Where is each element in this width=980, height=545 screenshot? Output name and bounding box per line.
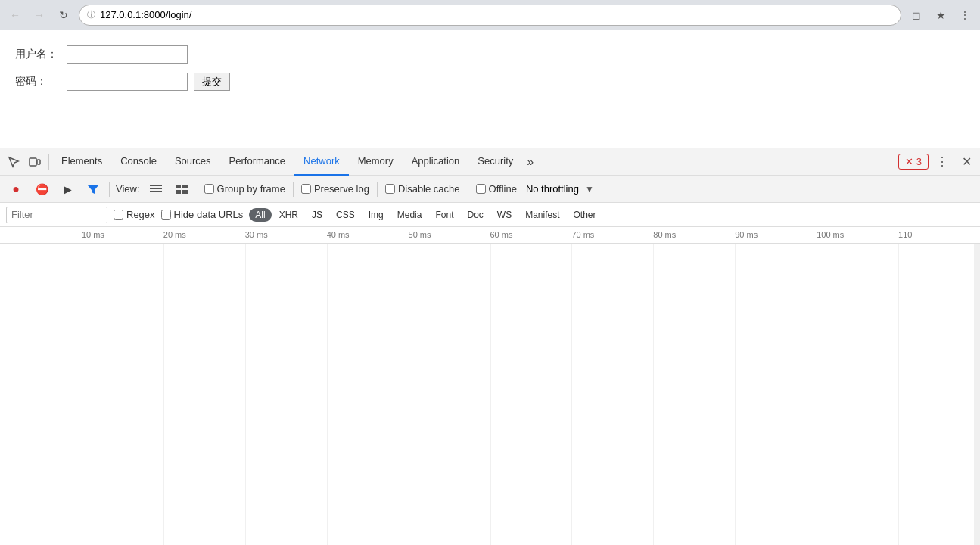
tab-console[interactable]: Console (111, 148, 166, 176)
svg-rect-4 (150, 191, 162, 192)
browser-chrome: ← → ↻ ⓘ ◻ ★ ⋮ (0, 0, 980, 30)
devtools-menu-button[interactable]: ⋮ (932, 151, 953, 173)
preserve-log-checkbox[interactable] (301, 184, 311, 194)
tab-separator (48, 154, 49, 170)
device-toolbar-button[interactable] (24, 151, 45, 173)
scrollbar-right[interactable] (974, 244, 980, 545)
tab-network[interactable]: Network (294, 148, 349, 176)
toolbar-separator-3 (293, 182, 294, 197)
ruler-tick-4: 50 ms (409, 230, 431, 239)
list-view-button[interactable] (146, 179, 166, 199)
svg-rect-2 (150, 185, 162, 186)
svg-rect-8 (182, 190, 188, 194)
camera-button[interactable]: ▶ (58, 179, 77, 199)
record-button[interactable]: ● (6, 179, 26, 199)
tab-sources[interactable]: Sources (166, 148, 220, 176)
page-content: 用户名： 密码： 提交 (0, 30, 980, 148)
filter-input[interactable] (11, 209, 102, 220)
menu-button[interactable]: ⋮ (956, 6, 974, 24)
filter-type-img[interactable]: Img (362, 208, 390, 222)
filter-button[interactable] (83, 179, 103, 199)
waterfall-line-1 (82, 244, 82, 545)
filter-type-js[interactable]: JS (306, 208, 328, 222)
username-input[interactable] (67, 45, 188, 64)
ruler-tick-8: 90 ms (735, 230, 758, 239)
filter-type-xhr[interactable]: XHR (273, 208, 304, 222)
more-tabs-button[interactable]: » (522, 148, 538, 176)
bookmark-button[interactable]: ★ (932, 6, 950, 24)
group-by-frame-label[interactable]: Group by frame (204, 183, 285, 195)
hide-data-urls-checkbox[interactable] (161, 210, 171, 220)
inspect-element-button[interactable] (3, 151, 24, 173)
toolbar-separator-2 (198, 182, 198, 197)
waterfall-line-11 (898, 244, 899, 545)
offline-label[interactable]: Offline (476, 183, 517, 195)
error-circle-icon: ✕ (905, 156, 913, 167)
svg-rect-1 (37, 160, 40, 164)
back-button[interactable]: ← (6, 6, 24, 24)
cast-button[interactable]: ◻ (907, 6, 926, 24)
filter-input-wrap (6, 207, 107, 223)
filter-bar: Regex Hide data URLs AllXHRJSCSSImgMedia… (0, 203, 980, 227)
filter-type-doc[interactable]: Doc (461, 208, 489, 222)
tab-security[interactable]: Security (468, 148, 522, 176)
toolbar-separator-5 (468, 182, 468, 197)
filter-type-all[interactable]: All (249, 208, 271, 222)
hide-data-urls-label[interactable]: Hide data URLs (161, 209, 244, 220)
preserve-log-label[interactable]: Preserve log (301, 183, 369, 195)
lock-icon: ⓘ (87, 9, 95, 20)
filter-type-manifest[interactable]: Manifest (519, 208, 565, 222)
filter-type-ws[interactable]: WS (491, 208, 518, 222)
reload-button[interactable]: ↻ (54, 6, 73, 24)
devtools-close-button[interactable]: ✕ (956, 151, 977, 173)
svg-rect-7 (176, 190, 181, 194)
tab-elements[interactable]: Elements (52, 148, 111, 176)
forward-button[interactable]: → (30, 6, 48, 24)
devtools-right-actions: ✕ 3 ⋮ ✕ (898, 151, 977, 173)
password-label: 密码： (15, 75, 61, 89)
ruler-tick-0: 10 ms (82, 230, 104, 239)
ruler-tick-6: 70 ms (571, 230, 594, 239)
svg-rect-6 (182, 185, 188, 188)
filter-type-font[interactable]: Font (429, 208, 459, 222)
password-row: 密码： 提交 (15, 73, 965, 91)
tab-memory[interactable]: Memory (349, 148, 403, 176)
waterfall-line-9 (735, 244, 736, 545)
network-list (0, 244, 980, 545)
network-toolbar: ● ⛔ ▶ View: Group by frame Preserve log … (0, 176, 980, 203)
group-by-frame-checkbox[interactable] (204, 184, 214, 194)
regex-checkbox[interactable] (114, 210, 123, 220)
waterfall-line-2 (163, 244, 164, 545)
tree-view-button[interactable] (172, 179, 191, 199)
clear-button[interactable]: ⛔ (32, 179, 51, 199)
waterfall-line-7 (571, 244, 572, 545)
ruler-tick-2: 30 ms (245, 230, 268, 239)
disable-cache-label[interactable]: Disable cache (385, 183, 460, 195)
address-bar: ⓘ (79, 5, 901, 26)
svg-rect-3 (150, 188, 162, 189)
devtools-panel: Elements Console Sources Performance Net… (0, 148, 980, 545)
password-input[interactable] (67, 73, 188, 91)
error-badge[interactable]: ✕ 3 (898, 154, 929, 170)
disable-cache-checkbox[interactable] (385, 184, 395, 194)
filter-type-media[interactable]: Media (391, 208, 428, 222)
toolbar-separator-4 (377, 182, 378, 197)
filter-type-css[interactable]: CSS (330, 208, 361, 222)
regex-label[interactable]: Regex (114, 209, 155, 220)
filter-type-other[interactable]: Other (568, 208, 602, 222)
url-input[interactable] (100, 9, 893, 20)
ruler-tick-10: 110 (898, 230, 912, 239)
waterfall-background (0, 244, 980, 545)
tab-application[interactable]: Application (403, 148, 469, 176)
submit-button[interactable]: 提交 (194, 73, 230, 91)
toolbar-separator-1 (109, 182, 110, 197)
tab-performance[interactable]: Performance (220, 148, 294, 176)
waterfall-line-6 (490, 244, 491, 545)
waterfall-line-8 (653, 244, 654, 545)
devtools-tab-bar: Elements Console Sources Performance Net… (0, 148, 980, 176)
username-row: 用户名： (15, 45, 965, 64)
offline-checkbox[interactable] (476, 184, 486, 194)
svg-rect-0 (30, 158, 36, 166)
throttle-select-label: No throttling (526, 183, 579, 195)
waterfall-line-5 (409, 244, 409, 545)
